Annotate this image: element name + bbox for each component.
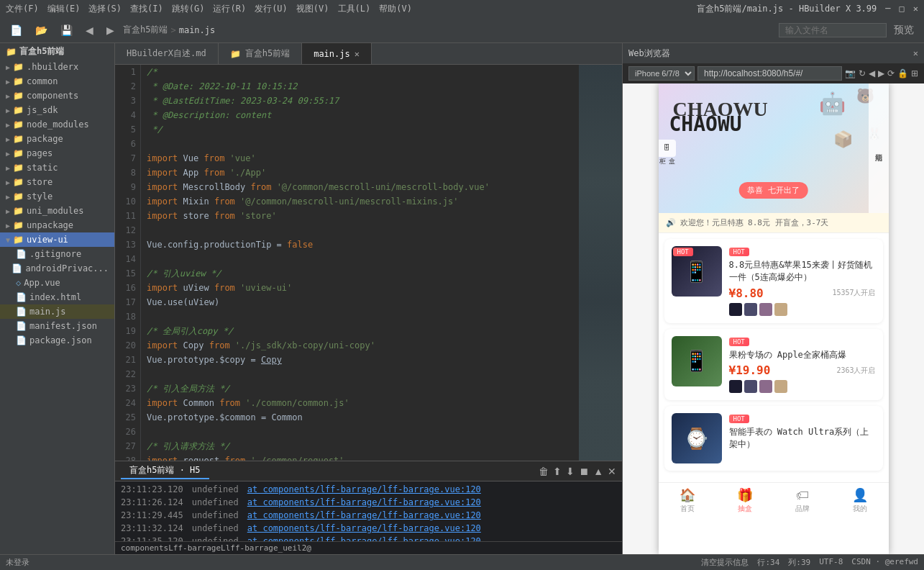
menu-release[interactable]: 发行(U) (255, 3, 288, 15)
menu-run[interactable]: 运行(R) (213, 3, 246, 15)
product-card-2[interactable]: 📱 HOT 果粉专场の Apple全家桶高爆 ¥19.90 2363人开启 (664, 329, 883, 401)
sidebar-item-static[interactable]: ▶ 📁 static (0, 160, 114, 175)
breadcrumb: 盲盒h5前端 > main.js (123, 24, 215, 36)
bottom-panel: 盲盒h5前端 · H5 🗑 ⬆ ⬇ ⏹ ▲ ✕ 23:11:23.120 und… (115, 461, 622, 554)
file-search-input[interactable] (779, 23, 887, 37)
sidebar-item-js-sdk[interactable]: ▶ 📁 js_sdk (0, 103, 114, 117)
sidebar-item-common[interactable]: ▶ 📁 common (0, 74, 114, 89)
tab-close-icon[interactable]: ✕ (354, 49, 360, 59)
menu-help[interactable]: 帮助(V) (379, 3, 412, 15)
tab-h5-frontend[interactable]: 📁 盲盒h5前端 (219, 43, 302, 64)
console-link[interactable]: at components/lff-barrage/lff-barrage.vu… (247, 535, 481, 541)
arrow-icon: ▶ (6, 121, 10, 129)
breadcrumb-root[interactable]: 盲盒h5前端 (123, 24, 168, 36)
menu-select[interactable]: 选择(S) (88, 3, 122, 15)
clear-console-button[interactable]: 🗑 (539, 466, 549, 477)
sidebar-item-index-html[interactable]: 📄 index.html (0, 290, 114, 304)
close-panel-button[interactable]: ✕ (608, 466, 616, 477)
console-row: 23:11:35.120 undefined at components/lff… (121, 535, 616, 541)
browser-close-button[interactable]: ✕ (913, 48, 918, 58)
sidebar-item-style[interactable]: ▶ 📁 style (0, 189, 114, 204)
product-swatches-2 (729, 380, 876, 393)
copy-link[interactable]: Copy (261, 353, 282, 367)
sidebar-item-uview-ui[interactable]: ▼ 📁 uview-ui (0, 232, 114, 247)
grid-button[interactable]: ⊞ (911, 68, 918, 78)
product-card-1[interactable]: 📱 HOT HOT 8.8元旦特惠&苹果15来袭丨好货随机一件（5连高爆必中） … (664, 239, 883, 323)
screenshot-button[interactable]: 📷 (845, 68, 856, 78)
sidebar-item-components[interactable]: ▶ 📁 components (0, 89, 114, 103)
nav-item-brand[interactable]: 🏷 品牌 (774, 487, 831, 514)
toolbar-open[interactable]: 📂 (31, 23, 52, 37)
tab-hbuilderx-md[interactable]: HBuilderX自述.md (115, 43, 219, 64)
console-link[interactable]: at components/lff-barrage/lff-barrage.vu… (247, 496, 481, 509)
console-link[interactable]: at components/lff-barrage/lff-barrage.vu… (247, 483, 481, 496)
code-editor[interactable]: 12345 678910 1112131415 1617181920 21222… (115, 65, 622, 461)
sidebar-item-manifest-json[interactable]: 📄 manifest.json (0, 319, 114, 333)
browser-header: Web浏览器 ✕ (623, 43, 924, 63)
nav-item-home[interactable]: 🏠 首页 (659, 487, 716, 514)
product-image-1: 📱 HOT (672, 246, 722, 297)
reload-button[interactable]: ⟳ (887, 68, 895, 78)
console-link[interactable]: at components/lff-barrage/lff-barrage.vu… (247, 509, 481, 522)
toolbar-forward[interactable]: ▶ (102, 23, 119, 37)
product-card-3[interactable]: ⌚ HOT 智能手表の Watch Ultra系列（上架中） (664, 406, 883, 471)
window-minimize[interactable]: ─ (885, 4, 890, 14)
sidebar-item-pages[interactable]: ▶ 📁 pages (0, 146, 114, 160)
menu-edit[interactable]: 编辑(E) (47, 3, 81, 15)
window-close[interactable]: ✕ (913, 4, 918, 14)
left-side-nav[interactable]: 🗄 盒柜 (659, 140, 676, 157)
url-input[interactable] (697, 66, 842, 81)
filter-button[interactable]: ▲ (593, 466, 603, 477)
sidebar-item-uni-modules[interactable]: ▶ 📁 uni_modules (0, 204, 114, 218)
menu-tools[interactable]: 工具(L) (338, 3, 371, 15)
arrow-icon: ▶ (6, 78, 10, 86)
sidebar-item-package[interactable]: ▶ 📁 package (0, 132, 114, 146)
preview-button[interactable]: 预览 (889, 22, 918, 38)
tab-main-js[interactable]: main.js ✕ (302, 43, 372, 64)
sidebar-item-gitignore[interactable]: 📄 .gitignore (0, 247, 114, 261)
nav-item-box[interactable]: 🎁 抽盒 (716, 487, 774, 514)
toolbar-back[interactable]: ◀ (81, 23, 98, 37)
sidebar-item-android-privac[interactable]: 📄 androidPrivac... (0, 261, 114, 276)
scroll-top-button[interactable]: ⬆ (553, 466, 562, 477)
sidebar-item-package-json[interactable]: 📄 package.json (0, 333, 114, 348)
brand-icon: 🏷 (796, 487, 809, 502)
swatch (729, 303, 742, 316)
back-button[interactable]: ◀ (869, 68, 875, 78)
stop-button[interactable]: ⏹ (579, 466, 589, 477)
sidebar-item-main-js[interactable]: 📄 main.js (0, 304, 114, 319)
sidebar-item-unpackage[interactable]: ▶ 📁 unpackage (0, 218, 114, 232)
device-select[interactable]: iPhone 6/7/8 (628, 66, 695, 81)
bottom-tab-h5[interactable]: 盲盒h5前端 · H5 (121, 463, 209, 479)
menu-file[interactable]: 文件(F) (6, 3, 39, 15)
refresh-button[interactable]: ↻ (859, 68, 866, 78)
nav-item-mine[interactable]: 👤 我的 (831, 487, 889, 514)
console-output: 23:11:23.120 undefined at components/lff… (115, 481, 622, 541)
right-activity-nav[interactable]: 活动规则 (869, 83, 889, 213)
folder-icon: 📁 (13, 76, 24, 86)
lock-button[interactable]: 🔒 (897, 68, 908, 78)
toolbar-save[interactable]: 💾 (56, 23, 77, 37)
console-link[interactable]: at components/lff-barrage/lff-barrage.vu… (247, 522, 481, 535)
browser-content: CHAOWU CHAOWU 🤖 🐻 🐰 📦 🗄 盒柜 活动规则 (623, 83, 924, 554)
product-count-2: 2363人开启 (836, 366, 875, 376)
sidebar-item-store[interactable]: ▶ 📁 store (0, 175, 114, 189)
sidebar-item-hbuilderx[interactable]: ▶ 📁 .hbuilderx (0, 60, 114, 74)
breadcrumb-file[interactable]: main.js (179, 25, 216, 35)
forward-button[interactable]: ▶ (878, 68, 884, 78)
sidebar-item-app-vue[interactable]: ◇ App.vue (0, 276, 114, 290)
menu-view[interactable]: 视图(V) (296, 3, 329, 15)
menu-jump[interactable]: 跳转(G) (172, 3, 205, 15)
toolbar-new[interactable]: 📄 (6, 23, 27, 37)
phone-frame[interactable]: CHAOWU CHAOWU 🤖 🐻 🐰 📦 🗄 盒柜 活动规则 (659, 83, 889, 554)
window-maximize[interactable]: □ (900, 4, 905, 14)
folder-icon: 📁 (13, 62, 24, 72)
sidebar-item-node-modules[interactable]: ▶ 📁 node_modules (0, 117, 114, 132)
scroll-bottom-button[interactable]: ⬇ (566, 466, 575, 477)
sidebar-root[interactable]: 📁 盲盒h5前端 (0, 43, 114, 60)
arrow-icon: ▶ (6, 150, 10, 158)
code-content[interactable]: /* * @Date: 2022-10-11 10:15:12 * @LastE… (141, 65, 579, 461)
marquee-text: 欢迎您！元旦特惠 8.8元 开盲盒，3-7天 (680, 217, 829, 228)
menu-find[interactable]: 查找(I) (130, 3, 163, 15)
status-clear[interactable]: 清空提示信息 (701, 557, 749, 568)
